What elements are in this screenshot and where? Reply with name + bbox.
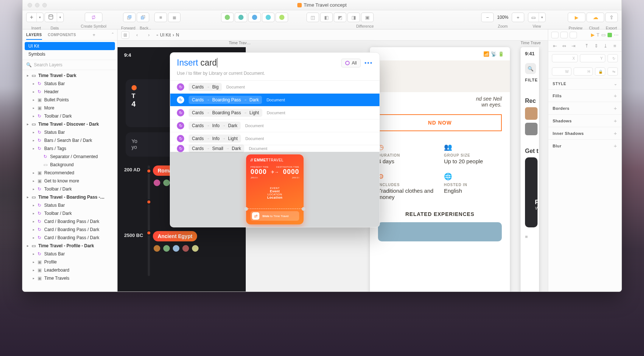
zoom-in-button[interactable]: +: [512, 13, 524, 22]
fills-heading[interactable]: Fills: [553, 94, 562, 98]
boolean-intersect-button[interactable]: [248, 13, 261, 22]
layer-row[interactable]: ▸▭Time Travel - Discover - Dark: [22, 120, 117, 128]
insert-button[interactable]: +▾: [26, 13, 43, 22]
pathop-5-button[interactable]: ▣: [361, 13, 374, 22]
distribute-button[interactable]: ≡: [611, 42, 619, 50]
insp-btn-2[interactable]: [560, 32, 568, 38]
nav-fwd-button[interactable]: ›: [145, 31, 153, 39]
align-vcenter-button[interactable]: ⇕: [592, 42, 600, 50]
backward-button[interactable]: [137, 13, 149, 22]
align-right-button[interactable]: ⇥: [570, 42, 577, 50]
insert-result-row[interactable]: ↻ Cards → Info → Dark Document: [170, 119, 379, 132]
layer-row[interactable]: ▸↻Status Bar: [22, 201, 117, 209]
add-innershadow-button[interactable]: +: [614, 130, 617, 136]
align-bottom-button[interactable]: ⤓: [602, 42, 609, 50]
pathop-1-button[interactable]: ◫: [307, 13, 319, 22]
borders-heading[interactable]: Borders: [553, 106, 570, 111]
lock-field[interactable]: 🔒: [595, 67, 605, 76]
boolean-union-button[interactable]: [221, 13, 234, 22]
zoom-out-button[interactable]: −: [481, 13, 494, 22]
add-border-button[interactable]: +: [614, 105, 617, 111]
add-page-button[interactable]: +: [92, 32, 95, 38]
tab-components[interactable]: COMPONENTS: [48, 33, 76, 37]
search-circle-button[interactable]: 🔍: [525, 63, 536, 74]
layer-row[interactable]: ▸↻Status Bar: [22, 250, 117, 258]
book-now-button[interactable]: ND NOW: [378, 114, 502, 131]
align-button-2[interactable]: ≣: [168, 13, 181, 22]
collapse-pages-button[interactable]: ˆ: [112, 32, 113, 38]
color-swatch-icon[interactable]: [608, 33, 612, 37]
layer-row[interactable]: ▸↻Separator / Ornamented: [22, 153, 117, 161]
layer-row[interactable]: ▸↻Toolbar / Dark: [22, 209, 117, 217]
reco-thumb-2[interactable]: [525, 123, 538, 135]
add-blur-button[interactable]: +: [614, 143, 617, 149]
titlebar[interactable]: Time Travel concept: [22, 0, 622, 10]
layer-row[interactable]: ▸▣Get to know more: [22, 177, 117, 185]
layer-row[interactable]: ▸↻Toolbar / Dark: [22, 185, 117, 193]
search-layers-input[interactable]: 🔍 Search Layers: [22, 60, 117, 70]
layer-row[interactable]: ▸↻Status Bar: [22, 80, 117, 88]
filter-label[interactable]: FILTE: [525, 78, 539, 82]
big-card[interactable]: PW: [525, 157, 538, 227]
boolean-diff-button[interactable]: [262, 13, 274, 22]
cloud-button[interactable]: ☁: [587, 13, 604, 22]
layer-row[interactable]: ▸▭Time Travel - Profile - Dark: [22, 242, 117, 250]
timeline-item[interactable]: 2500 BC Ancient Egypt: [124, 231, 239, 257]
layer-row[interactable]: ▸▣Recommended: [22, 169, 117, 177]
angle-field[interactable]: ↻: [608, 54, 618, 62]
forward-button[interactable]: [123, 13, 136, 22]
style-chevron-icon[interactable]: ⌄: [614, 81, 617, 86]
layer-row[interactable]: ▸↻Card / Boarding Pass / Dark: [22, 226, 117, 234]
more-icon[interactable]: ⋯: [614, 32, 619, 38]
artboard-label-left[interactable]: Time Trav…: [229, 41, 251, 45]
artboard-light[interactable]: 📶📡🔋 nd see Neil wn eyes. ND NOW ◷DURATIO…: [370, 47, 510, 292]
layer-row[interactable]: ▸↻Bars / Tags: [22, 144, 117, 153]
h-field[interactable]: H: [574, 67, 593, 76]
artboard-discover[interactable]: 9:41 🔍 FILTE Rec Get t PW ≡: [521, 47, 539, 292]
layer-row[interactable]: ▸▭Background: [22, 161, 117, 169]
pathop-2-button[interactable]: ◧: [320, 13, 333, 22]
layer-row[interactable]: ▸▣Leaderboard: [22, 266, 117, 274]
nav-back-button[interactable]: ‹: [133, 31, 141, 39]
align-top-button[interactable]: ⤒: [583, 42, 591, 50]
artboard-label-right[interactable]: Time Trave: [521, 41, 541, 45]
insert-result-row[interactable]: ↻ Cards → Info → Light Document: [170, 132, 379, 145]
insert-result-row[interactable]: ↻ Cards → Boarding Pass → Dark Document: [170, 94, 379, 107]
insert-result-row[interactable]: ↻ Cards → Big Document: [170, 81, 379, 94]
slide-handle-icon[interactable]: ⇄: [252, 212, 259, 220]
layer-row[interactable]: ▸↻Status Bar: [22, 128, 117, 136]
layer-tree[interactable]: ▸▭Time Travel - Dark▸↻Status Bar▸↻Header…: [22, 70, 117, 292]
align-button-1[interactable]: ≡: [154, 13, 167, 22]
view-button[interactable]: ▭▾: [528, 13, 546, 22]
pathop-4-button[interactable]: ◨: [347, 13, 360, 22]
boolean-subtract-button[interactable]: [235, 13, 247, 22]
x-field[interactable]: X: [552, 54, 578, 62]
y-field[interactable]: Y: [580, 54, 606, 62]
page-symbols[interactable]: Symbols: [25, 50, 115, 58]
layer-row[interactable]: ▸↻Card / Boarding Pass / Dark: [22, 234, 117, 242]
data-button[interactable]: ▾: [45, 13, 64, 22]
align-hcenter-button[interactable]: ⇔: [560, 42, 568, 50]
layer-row[interactable]: ▸▣Profile: [22, 258, 117, 266]
layer-row[interactable]: ▸▭Time Travel - Boarding Pass -…: [22, 193, 117, 201]
align-left-button[interactable]: ⇤: [551, 42, 559, 50]
layer-row[interactable]: ▸↻Header: [22, 88, 117, 96]
crumb-uikit[interactable]: UI Kit: [160, 32, 171, 38]
insert-result-row[interactable]: ↻ Cards → Boarding Pass → Light Document: [170, 107, 379, 119]
preview-button[interactable]: ▶: [568, 13, 585, 22]
crumb-n[interactable]: N: [176, 32, 179, 38]
layer-row[interactable]: ▸▭Time Travel - Dark: [22, 71, 117, 80]
layer-row[interactable]: ▸▣Time Travels: [22, 274, 117, 282]
rect-tool-icon[interactable]: ▭: [601, 32, 606, 38]
grid-toggle-button[interactable]: ⊞: [121, 31, 129, 39]
layer-row[interactable]: ▸▣Bullet Points: [22, 96, 117, 104]
layer-row[interactable]: ▸↻Bars / Search Bar / Dark: [22, 136, 117, 144]
popover-options-button[interactable]: •••: [364, 60, 373, 66]
slide-to-travel[interactable]: ⇄ Slide to Time Travel: [251, 211, 299, 221]
insp-btn-3[interactable]: [570, 32, 577, 38]
layer-row[interactable]: ▸↻Card / Boarding Pass / Dark: [22, 217, 117, 226]
shadows-heading[interactable]: Shadows: [553, 119, 572, 123]
export-button[interactable]: ⇪: [605, 13, 618, 22]
add-shadow-button[interactable]: +: [614, 118, 617, 124]
filter-all-button[interactable]: All: [341, 59, 361, 67]
